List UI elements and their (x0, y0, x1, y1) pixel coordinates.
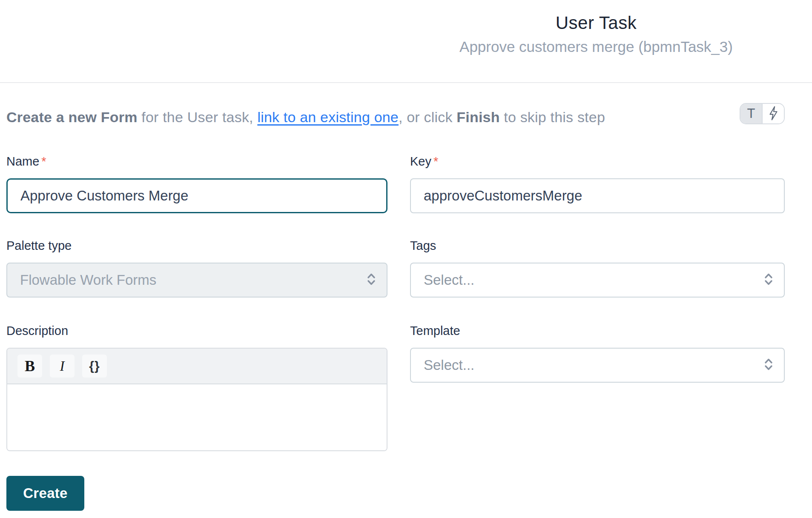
intro-text-part2: , or click (399, 109, 456, 125)
create-button[interactable]: Create (6, 476, 84, 511)
template-field: Template Select... (410, 323, 785, 383)
description-editor: B I {} (6, 348, 387, 451)
chevron-updown-icon (763, 272, 774, 289)
braces-button[interactable]: {} (82, 355, 107, 378)
tags-select[interactable]: Select... (410, 263, 785, 298)
required-asterisk: * (433, 155, 438, 168)
key-label-text: Key (410, 155, 431, 168)
template-label: Template (410, 323, 785, 338)
form-create-page: User Task Approve customers merge (bpmnT… (0, 0, 812, 518)
tags-field: Tags Select... (410, 238, 785, 298)
editor-toolbar: B I {} (7, 349, 387, 384)
header-divider (0, 82, 812, 83)
tags-label: Tags (410, 238, 785, 253)
page-subtitle: Approve customers merge (bpmnTask_3) (380, 38, 812, 55)
intro-text-part3: to skip this step (500, 109, 605, 125)
lightning-bolt-icon (768, 106, 779, 122)
key-label: Key* (410, 154, 785, 169)
name-label-text: Name (6, 155, 39, 168)
name-input[interactable] (6, 178, 387, 213)
intro-bold-finish: Finish (456, 109, 499, 125)
description-field: Description B I {} (6, 323, 387, 451)
intro-text: Create a new Form for the User task, lin… (6, 109, 713, 126)
key-field: Key* (410, 154, 785, 213)
description-content[interactable] (7, 384, 387, 451)
palette-type-field: Palette type Flowable Work Forms (6, 238, 387, 298)
italic-button[interactable]: I (50, 355, 75, 378)
page-title: User Task (380, 13, 812, 33)
header: User Task Approve customers merge (bpmnT… (380, 13, 812, 55)
palette-type-label: Palette type (6, 238, 387, 253)
name-field: Name* (6, 154, 387, 213)
text-mode-icon: T (747, 106, 755, 121)
intro-text-part1: for the User task, (138, 109, 258, 125)
intro-bold-create-form: Create a new Form (6, 109, 138, 125)
tags-placeholder: Select... (424, 272, 474, 288)
link-existing-form[interactable]: link to an existing one (257, 109, 399, 125)
template-placeholder: Select... (424, 357, 474, 373)
palette-type-select[interactable]: Flowable Work Forms (6, 263, 387, 298)
key-input[interactable] (410, 178, 785, 213)
name-label: Name* (6, 154, 387, 169)
text-mode-button[interactable]: T (740, 104, 763, 123)
expression-mode-button[interactable] (763, 104, 784, 123)
palette-type-value: Flowable Work Forms (20, 272, 156, 288)
template-select[interactable]: Select... (410, 348, 785, 383)
required-asterisk: * (41, 155, 46, 168)
bold-button[interactable]: B (17, 355, 42, 378)
chevron-updown-icon (763, 357, 774, 374)
description-label: Description (6, 323, 387, 338)
chevron-updown-icon (366, 272, 376, 289)
editor-mode-toggle: T (740, 103, 785, 124)
